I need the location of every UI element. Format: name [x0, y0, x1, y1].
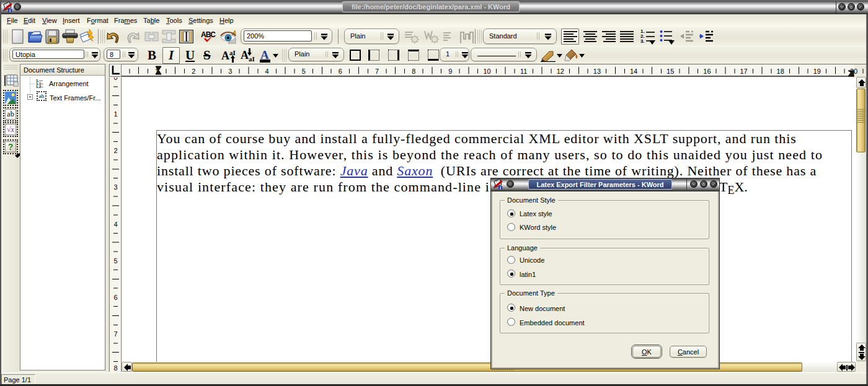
- svg-text:16: 16: [703, 68, 711, 75]
- svg-text:8: 8: [412, 68, 415, 75]
- svg-text:4: 4: [265, 68, 269, 75]
- svg-text:6: 6: [339, 68, 342, 75]
- svg-text:5: 5: [302, 68, 306, 75]
- svg-text:6: 6: [113, 294, 117, 301]
- svg-text:0: 0: [113, 77, 117, 81]
- svg-text:2: 2: [113, 147, 117, 154]
- svg-text:12: 12: [557, 68, 564, 75]
- svg-text:2: 2: [192, 68, 195, 75]
- svg-text:4: 4: [113, 221, 117, 228]
- svg-text:1: 1: [113, 110, 117, 118]
- svg-text:5: 5: [113, 257, 117, 265]
- svg-text:13: 13: [593, 68, 601, 75]
- svg-text:18: 18: [777, 68, 784, 75]
- svg-text:14: 14: [630, 68, 637, 75]
- svg-text:7: 7: [113, 330, 117, 338]
- svg-text:17: 17: [740, 68, 747, 75]
- svg-text:9: 9: [448, 68, 452, 75]
- svg-text:3: 3: [228, 68, 232, 75]
- svg-text:10: 10: [483, 68, 490, 75]
- svg-text:11: 11: [520, 68, 527, 75]
- svg-text:3: 3: [113, 183, 117, 191]
- svg-text:19: 19: [813, 68, 821, 75]
- svg-text:15: 15: [666, 68, 674, 75]
- svg-text:8: 8: [113, 364, 117, 372]
- svg-text:7: 7: [375, 68, 379, 75]
